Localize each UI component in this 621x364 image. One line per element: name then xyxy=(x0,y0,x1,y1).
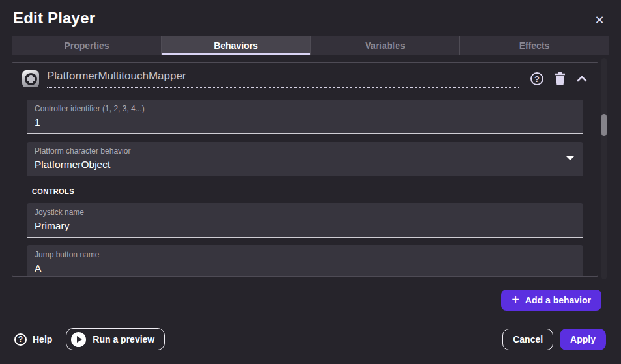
page-title: Edit Player xyxy=(13,9,95,27)
behavior-name: PlatformerMultitouchMapper xyxy=(47,70,186,82)
field-label: Joystick name xyxy=(35,208,575,217)
add-behavior-row: + Add a behavior xyxy=(0,285,621,311)
chevron-down-icon xyxy=(566,156,574,160)
dialog-footer: ? Help Run a preview Cancel Apply xyxy=(0,328,621,350)
tab-behaviors[interactable]: Behaviors xyxy=(161,36,310,55)
behavior-name-field[interactable]: PlatformerMultitouchMapper xyxy=(47,70,519,88)
help-icon: ? xyxy=(14,333,27,346)
edit-player-dialog: Edit Player ✕ Properties Behaviors Varia… xyxy=(0,0,621,364)
behavior-card: PlatformerMultitouchMapper ? xyxy=(12,62,598,277)
controls-section-title: CONTROLS xyxy=(32,188,583,195)
behaviors-scroll-area: PlatformerMultitouchMapper ? xyxy=(0,58,621,285)
joystick-name-field[interactable]: Joystick name xyxy=(27,203,583,238)
platform-character-behavior-select[interactable]: Platform character behavior PlatformerOb… xyxy=(27,142,583,176)
help-label: Help xyxy=(33,334,52,344)
gamepad-behavior-icon xyxy=(22,70,39,87)
delete-behavior-icon[interactable] xyxy=(555,72,566,85)
tab-variables[interactable]: Variables xyxy=(310,36,459,55)
play-icon xyxy=(71,332,86,347)
cancel-button[interactable]: Cancel xyxy=(502,329,553,350)
jump-button-name-field[interactable]: Jump button name xyxy=(27,245,583,277)
vertical-scrollbar-thumb[interactable] xyxy=(601,114,607,136)
dialog-header: Edit Player ✕ xyxy=(0,0,621,36)
vertical-scrollbar-track[interactable] xyxy=(601,58,607,279)
collapse-behavior-icon[interactable] xyxy=(577,76,587,82)
close-icon[interactable]: ✕ xyxy=(591,12,608,29)
run-preview-button[interactable]: Run a preview xyxy=(66,328,165,350)
field-label: Jump button name xyxy=(35,250,575,259)
add-behavior-button[interactable]: + Add a behavior xyxy=(501,290,601,311)
tab-bar: Properties Behaviors Variables Effects xyxy=(12,36,609,55)
apply-button[interactable]: Apply xyxy=(560,329,606,350)
field-label: Controller identifier (1, 2, 3, 4...) xyxy=(35,104,575,113)
controller-identifier-input[interactable] xyxy=(35,116,554,128)
help-button[interactable]: ? Help xyxy=(14,333,52,346)
trash-icon xyxy=(555,72,566,85)
chevron-up-icon xyxy=(577,76,587,82)
select-value: PlatformerObject xyxy=(35,158,554,171)
controller-identifier-field[interactable]: Controller identifier (1, 2, 3, 4...) xyxy=(27,100,583,134)
tab-effects[interactable]: Effects xyxy=(459,36,609,55)
jump-button-name-input[interactable] xyxy=(35,262,554,274)
tab-properties[interactable]: Properties xyxy=(12,36,161,55)
joystick-name-input[interactable] xyxy=(35,219,554,232)
plus-icon: + xyxy=(512,293,519,306)
add-behavior-label: Add a behavior xyxy=(525,295,591,305)
field-label: Platform character behavior xyxy=(35,147,575,156)
behavior-card-actions: ? xyxy=(530,72,588,85)
behavior-card-header: PlatformerMultitouchMapper ? xyxy=(12,63,598,92)
behavior-help-icon[interactable]: ? xyxy=(530,72,543,85)
run-preview-label: Run a preview xyxy=(93,334,154,344)
